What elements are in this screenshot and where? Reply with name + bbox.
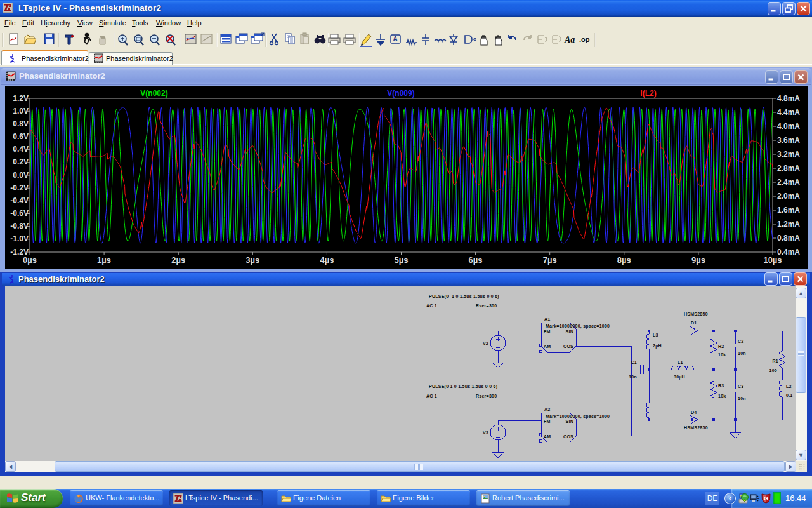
svg-text:7µs: 7µs bbox=[543, 255, 557, 265]
svg-text:A2: A2 bbox=[544, 407, 550, 411]
svg-text:D4: D4 bbox=[691, 410, 697, 415]
svg-text:4.8mA: 4.8mA bbox=[777, 94, 800, 103]
svg-text:0.6V: 0.6V bbox=[13, 132, 29, 141]
svg-text:6µs: 6µs bbox=[469, 255, 483, 265]
svg-text:10n: 10n bbox=[629, 375, 637, 379]
svg-text:100: 100 bbox=[769, 368, 777, 373]
svg-text:Mark=10000000, space=1000: Mark=10000000, space=1000 bbox=[546, 324, 610, 329]
svg-text:3.6mA: 3.6mA bbox=[777, 136, 800, 145]
svg-text:0.8V: 0.8V bbox=[13, 119, 29, 128]
svg-text:3.2mA: 3.2mA bbox=[777, 150, 800, 159]
svg-text:Rser=300: Rser=300 bbox=[476, 304, 497, 308]
svg-text:HSMS2850: HSMS2850 bbox=[684, 425, 708, 430]
svg-text:8µs: 8µs bbox=[617, 255, 631, 265]
svg-text:0.8mA: 0.8mA bbox=[777, 234, 800, 243]
svg-text:10n: 10n bbox=[738, 396, 746, 401]
svg-text:0µs: 0µs bbox=[23, 255, 37, 265]
svg-text:10k: 10k bbox=[718, 394, 726, 398]
svg-text:SIN: SIN bbox=[566, 419, 573, 424]
svg-text:C3: C3 bbox=[738, 384, 743, 389]
svg-text:-0.6V: -0.6V bbox=[10, 209, 29, 218]
svg-text:PULSE(0 -1 0 1.5us 1.5us 0 0 6: PULSE(0 -1 0 1.5us 1.5us 0 0 6) bbox=[429, 294, 499, 299]
svg-text:L1: L1 bbox=[678, 360, 683, 364]
svg-text:A: A bbox=[393, 36, 397, 43]
svg-text:HSMS2850: HSMS2850 bbox=[684, 312, 708, 316]
svg-text:2.8mA: 2.8mA bbox=[777, 164, 800, 173]
svg-text:L3: L3 bbox=[653, 333, 658, 337]
svg-text:R2: R2 bbox=[718, 344, 724, 349]
svg-text:R3: R3 bbox=[718, 384, 724, 388]
svg-text:L2: L2 bbox=[786, 384, 792, 389]
svg-text:V(n002): V(n002) bbox=[140, 89, 167, 98]
svg-text:0.0V: 0.0V bbox=[13, 171, 29, 180]
svg-text:5µs: 5µs bbox=[395, 255, 409, 265]
svg-text:R1: R1 bbox=[773, 359, 778, 363]
svg-text:1.0V: 1.0V bbox=[13, 107, 29, 116]
svg-text:AM: AM bbox=[544, 434, 551, 439]
svg-text:V(n009): V(n009) bbox=[387, 89, 414, 98]
svg-text:SIN: SIN bbox=[566, 330, 573, 334]
svg-text:1.2V: 1.2V bbox=[13, 94, 29, 103]
svg-text:COS: COS bbox=[563, 344, 573, 349]
svg-text:.op: .op bbox=[579, 36, 590, 43]
svg-text:G: G bbox=[764, 495, 768, 502]
svg-text:4.0mA: 4.0mA bbox=[777, 122, 800, 131]
svg-text:9µs: 9µs bbox=[691, 255, 705, 265]
svg-text:Mark=10000000, space=1000: Mark=10000000, space=1000 bbox=[546, 414, 610, 419]
svg-text:1.6mA: 1.6mA bbox=[777, 206, 800, 215]
svg-text:Aa: Aa bbox=[564, 35, 575, 44]
svg-text:D1: D1 bbox=[691, 321, 697, 325]
svg-text:0.1: 0.1 bbox=[786, 393, 792, 398]
svg-text:AC 1: AC 1 bbox=[426, 394, 437, 398]
svg-text:2µH: 2µH bbox=[653, 344, 662, 349]
svg-text:AM: AM bbox=[544, 344, 551, 349]
svg-text:1.2mA: 1.2mA bbox=[777, 220, 800, 229]
svg-text:10n: 10n bbox=[738, 351, 746, 356]
svg-text:-1.0V: -1.0V bbox=[10, 234, 29, 243]
svg-text:3µs: 3µs bbox=[246, 255, 259, 265]
svg-text:C1: C1 bbox=[631, 360, 637, 364]
svg-text:-0.2V: -0.2V bbox=[10, 184, 29, 192]
svg-text:0.4V: 0.4V bbox=[13, 145, 29, 154]
svg-text:V3: V3 bbox=[483, 431, 488, 435]
svg-text:10k: 10k bbox=[718, 352, 726, 357]
svg-text:C2: C2 bbox=[738, 339, 743, 344]
svg-text:0.2V: 0.2V bbox=[13, 157, 29, 166]
svg-text:I(L2): I(L2) bbox=[640, 89, 656, 98]
svg-text:10µs: 10µs bbox=[763, 255, 782, 265]
svg-text:AC 1: AC 1 bbox=[426, 304, 437, 308]
svg-text:A1: A1 bbox=[544, 317, 550, 321]
svg-text:2.4mA: 2.4mA bbox=[777, 178, 800, 187]
svg-text:COS: COS bbox=[563, 434, 573, 439]
svg-text:4.4mA: 4.4mA bbox=[777, 108, 800, 117]
svg-text:2µs: 2µs bbox=[171, 255, 185, 265]
svg-text:1µs: 1µs bbox=[97, 255, 111, 265]
svg-text:FM: FM bbox=[544, 330, 551, 334]
svg-text:30µH: 30µH bbox=[674, 375, 685, 380]
svg-text:FM: FM bbox=[544, 419, 551, 424]
svg-text:PULSE(0 1 0 1.5us 1.5us 0 0 6): PULSE(0 1 0 1.5us 1.5us 0 0 6) bbox=[429, 384, 497, 389]
svg-text:V2: V2 bbox=[483, 341, 488, 345]
svg-text:2.0mA: 2.0mA bbox=[777, 192, 800, 201]
svg-text:-0.8V: -0.8V bbox=[10, 222, 29, 231]
svg-text:4µs: 4µs bbox=[320, 255, 334, 265]
svg-text:-0.4V: -0.4V bbox=[10, 196, 29, 205]
svg-text:Rser=300: Rser=300 bbox=[476, 394, 497, 398]
